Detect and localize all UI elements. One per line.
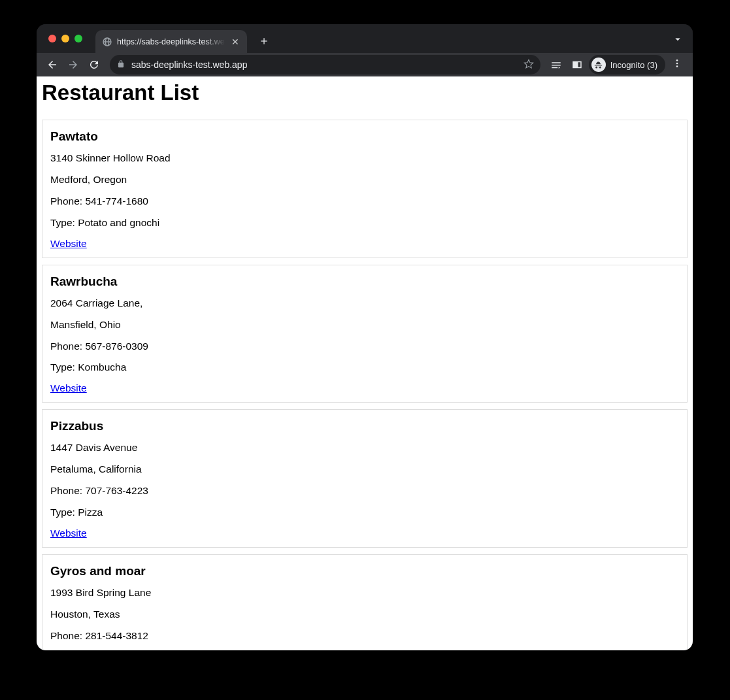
address-bar[interactable]: sabs-deeplinks-test.web.app [110, 55, 540, 75]
svg-point-0 [676, 59, 678, 61]
page-scroll-area[interactable]: Restaurant List Pawtato3140 Skinner Holl… [37, 76, 693, 650]
globe-icon [102, 37, 112, 47]
restaurant-name: Rawrbucha [50, 275, 679, 289]
restaurant-website-link[interactable]: Website [50, 527, 87, 539]
browser-toolbar: sabs-deeplinks-test.web.app Incognito (3… [37, 53, 693, 76]
restaurant-name: Pawtato [50, 129, 679, 144]
incognito-indicator[interactable]: Incognito (3) [589, 55, 665, 75]
restaurant-card: Pizzabus1447 Davis AvenuePetaluma, Calif… [42, 409, 688, 548]
restaurant-address: 2064 Carriage Lane, [50, 297, 679, 310]
page-title: Restaurant List [42, 80, 688, 105]
tabs-dropdown-icon[interactable] [672, 33, 684, 48]
window-controls [48, 35, 82, 42]
browser-titlebar: https://sabs-deeplinks-test.we ✕ ＋ [37, 24, 693, 53]
page-viewport: Restaurant List Pawtato3140 Skinner Holl… [37, 76, 693, 650]
restaurant-address: 1993 Bird Spring Lane [50, 586, 679, 600]
restaurant-name: Pizzabus [50, 419, 679, 433]
address-text: sabs-deeplinks-test.web.app [131, 59, 518, 70]
restaurant-address: 3140 Skinner Hollow Road [50, 152, 679, 165]
window-maximize-button[interactable] [75, 35, 82, 42]
reload-button[interactable] [85, 56, 103, 74]
restaurant-type: Type: Potato and gnochi [50, 216, 679, 230]
browser-tab[interactable]: https://sabs-deeplinks-test.we ✕ [95, 30, 247, 53]
browser-menu-button[interactable] [668, 58, 686, 71]
restaurant-city-state: Medford, Oregon [50, 173, 679, 187]
restaurant-list: Pawtato3140 Skinner Hollow RoadMedford, … [42, 120, 688, 650]
restaurant-card: Rawrbucha2064 Carriage Lane,Mansfield, O… [42, 265, 688, 403]
bookmark-star-icon[interactable] [523, 59, 534, 71]
forward-button[interactable] [64, 56, 82, 74]
media-control-icon[interactable] [547, 56, 565, 74]
restaurant-city-state: Petaluma, California [50, 463, 679, 476]
restaurant-type: Type: Kombucha [50, 361, 679, 375]
restaurant-city-state: Mansfield, Ohio [50, 318, 679, 332]
lock-icon [116, 59, 125, 71]
restaurant-card: Gyros and moar1993 Bird Spring LaneHoust… [42, 554, 688, 650]
restaurant-phone: Phone: 541-774-1680 [50, 195, 679, 208]
incognito-label: Incognito (3) [610, 60, 657, 70]
restaurant-type: Type: Pizza [50, 506, 679, 520]
tab-title: https://sabs-deeplinks-test.we [117, 37, 225, 46]
browser-window: https://sabs-deeplinks-test.we ✕ ＋ sabs-… [37, 24, 693, 650]
side-panel-icon[interactable] [568, 56, 586, 74]
restaurant-city-state: Houston, Texas [50, 608, 679, 622]
restaurant-phone: Phone: 281-544-3812 [50, 629, 679, 643]
restaurant-website-link[interactable]: Website [50, 238, 87, 250]
svg-point-1 [676, 63, 678, 65]
new-tab-button[interactable]: ＋ [255, 31, 273, 50]
restaurant-name: Gyros and moar [50, 564, 679, 578]
window-minimize-button[interactable] [61, 35, 69, 42]
restaurant-card: Pawtato3140 Skinner Hollow RoadMedford, … [42, 120, 688, 258]
restaurant-address: 1447 Davis Avenue [50, 441, 679, 455]
back-button[interactable] [43, 56, 61, 74]
restaurant-phone: Phone: 707-763-4223 [50, 484, 679, 498]
tab-close-icon[interactable]: ✕ [230, 37, 241, 46]
incognito-icon [591, 58, 606, 72]
restaurant-phone: Phone: 567-876-0309 [50, 340, 679, 354]
svg-point-2 [676, 65, 678, 67]
window-close-button[interactable] [48, 35, 56, 42]
restaurant-website-link[interactable]: Website [50, 382, 87, 394]
